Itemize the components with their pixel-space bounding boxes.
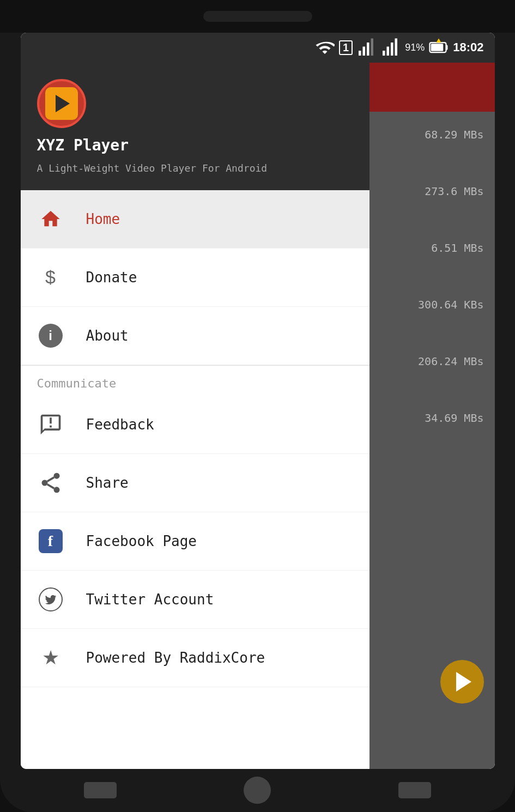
svg-point-13 <box>41 480 47 486</box>
nav-item-donate-label: Donate <box>86 269 137 286</box>
file-size-5: 206.24 MBs <box>375 355 489 368</box>
share-icon <box>37 469 64 496</box>
main-content: XYZ Player A Light-Weight Video Player F… <box>21 63 495 769</box>
content-top-bar <box>369 63 495 112</box>
svg-rect-5 <box>387 47 390 56</box>
signal2-icon <box>381 38 401 57</box>
svg-rect-1 <box>363 47 366 56</box>
svg-rect-3 <box>371 39 374 56</box>
drawer-header: XYZ Player A Light-Weight Video Player F… <box>21 63 369 190</box>
phone-screen: 1 91% <box>21 33 495 769</box>
file-sizes-list: 68.29 MBs 273.6 MBs 6.51 MBs 300.64 KBs … <box>375 123 489 425</box>
status-icons: 1 91% <box>315 38 483 57</box>
file-size-6: 34.69 MBs <box>375 411 489 425</box>
nav-item-home[interactable]: Home <box>21 190 369 249</box>
app-name: XYZ Player <box>37 136 353 154</box>
nav-item-home-label: Home <box>86 211 120 227</box>
recents-button[interactable] <box>398 782 431 798</box>
content-area: 68.29 MBs 273.6 MBs 6.51 MBs 300.64 KBs … <box>369 63 495 769</box>
back-button[interactable] <box>84 782 117 798</box>
file-size-3: 6.51 MBs <box>375 241 489 254</box>
svg-rect-2 <box>367 43 369 56</box>
home-icon <box>37 205 64 233</box>
app-tagline: A Light-Weight Video Player For Android <box>37 162 353 174</box>
nav-item-twitter-label: Twitter Account <box>86 591 214 608</box>
twitter-icon <box>37 586 64 613</box>
battery-pct: 91% <box>405 42 425 53</box>
file-size-1: 68.29 MBs <box>375 128 489 141</box>
info-icon: i <box>37 322 64 349</box>
nav-item-feedback[interactable]: Feedback <box>21 396 369 454</box>
sim-badge: 1 <box>339 40 353 55</box>
status-bar: 1 91% <box>21 33 495 63</box>
facebook-icon: f <box>37 528 64 555</box>
phone-notch <box>203 11 312 22</box>
navigation-drawer: XYZ Player A Light-Weight Video Player F… <box>21 63 369 769</box>
fab-play-icon <box>456 672 471 692</box>
nav-item-facebook[interactable]: f Facebook Page <box>21 512 369 571</box>
file-size-2: 273.6 MBs <box>375 185 489 198</box>
nav-item-about[interactable]: i About <box>21 307 369 365</box>
nav-item-donate[interactable]: $ Donate <box>21 249 369 307</box>
app-logo-inner <box>45 87 78 120</box>
play-logo-icon <box>56 95 70 112</box>
nav-item-about-label: About <box>86 328 129 344</box>
svg-rect-10 <box>446 45 448 50</box>
phone-bottom-bar <box>21 769 495 812</box>
fab-play-button[interactable] <box>440 660 484 704</box>
svg-rect-4 <box>383 51 385 56</box>
nav-item-feedback-label: Feedback <box>86 416 154 433</box>
home-button[interactable] <box>244 777 271 804</box>
svg-rect-6 <box>391 43 393 56</box>
battery-icon <box>429 38 449 57</box>
phone-frame: 1 91% <box>0 0 515 812</box>
nav-item-facebook-label: Facebook Page <box>86 533 197 549</box>
svg-point-14 <box>53 487 59 493</box>
svg-marker-11 <box>437 39 441 43</box>
svg-rect-0 <box>359 51 361 56</box>
status-time: 18:02 <box>453 40 483 54</box>
nav-item-share-label: Share <box>86 475 129 491</box>
signal-icon <box>357 38 377 57</box>
svg-point-12 <box>53 472 59 478</box>
wifi-icon <box>315 38 335 57</box>
app-logo <box>37 79 86 128</box>
nav-item-share[interactable]: Share <box>21 454 369 512</box>
star-icon: ★ <box>37 644 64 671</box>
file-size-4: 300.64 KBs <box>375 298 489 311</box>
svg-line-15 <box>47 484 54 488</box>
nav-item-twitter[interactable]: Twitter Account <box>21 571 369 629</box>
nav-item-raddixcore[interactable]: ★ Powered By RaddixCore <box>21 629 369 687</box>
nav-item-raddixcore-label: Powered By RaddixCore <box>86 650 265 666</box>
nav-section-main: Home $ Donate i About <box>21 190 369 365</box>
nav-section-communicate: Communicate Feedback <box>21 366 369 687</box>
svg-line-16 <box>47 477 54 481</box>
svg-rect-7 <box>395 39 398 56</box>
phone-notch-area <box>0 0 515 33</box>
donate-icon: $ <box>37 264 64 291</box>
feedback-icon <box>37 411 64 438</box>
section-title-communicate: Communicate <box>21 366 369 396</box>
svg-rect-9 <box>431 44 444 51</box>
